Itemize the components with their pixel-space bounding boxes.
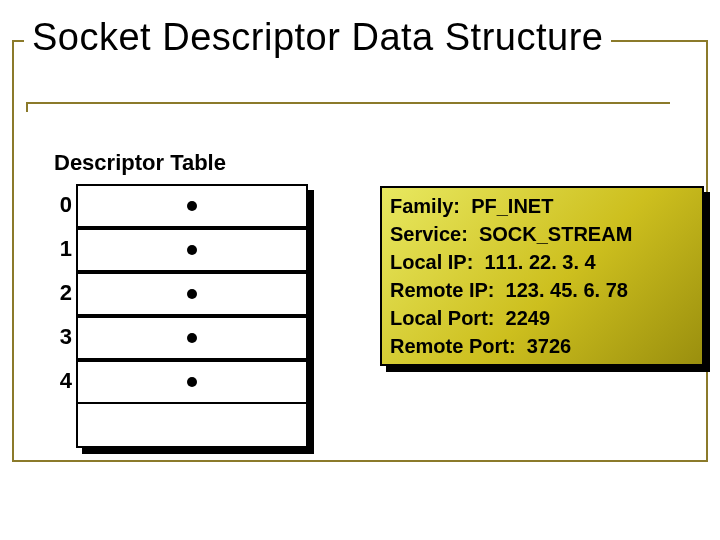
table-row: [76, 360, 308, 404]
struct-field-label: Remote IP: [390, 279, 488, 301]
descriptor-cell: [76, 316, 308, 360]
struct-field: Local IP: 111. 22. 3. 4: [390, 248, 694, 276]
descriptor-cell: [76, 272, 308, 316]
descriptor-index: 0: [42, 192, 72, 218]
struct-field: Service: SOCK_STREAM: [390, 220, 694, 248]
descriptor-index: 3: [42, 324, 72, 350]
descriptor-index: 1: [42, 236, 72, 262]
table-row: [76, 272, 308, 316]
descriptor-cell: [76, 184, 308, 228]
struct-field-label: Local Port: [390, 307, 488, 329]
title-underline-tick: [26, 104, 28, 112]
descriptor-cell: [76, 360, 308, 404]
struct-field-label: Family: [390, 195, 453, 217]
descriptor-index: 2: [42, 280, 72, 306]
pointer-dot-icon: [187, 333, 197, 343]
struct-field-value: 111. 22. 3. 4: [484, 251, 595, 273]
page-title: Socket Descriptor Data Structure: [24, 16, 611, 67]
descriptor-cell: [76, 228, 308, 272]
struct-field-value: SOCK_STREAM: [479, 223, 632, 245]
struct-field-value: PF_INET: [471, 195, 553, 217]
struct-field-value: 123. 45. 6. 78: [506, 279, 628, 301]
pointer-dot-icon: [187, 377, 197, 387]
socket-struct-box: Family: PF_INET Service: SOCK_STREAM Loc…: [380, 186, 704, 366]
struct-field-value: 3726: [527, 335, 572, 357]
table-row: [76, 316, 308, 360]
struct-field-label: Service: [390, 223, 461, 245]
table-row: [76, 228, 308, 272]
table-row: [76, 184, 308, 228]
struct-field-label: Local IP: [390, 251, 467, 273]
pointer-dot-icon: [187, 245, 197, 255]
struct-field: Remote IP: 123. 45. 6. 78: [390, 276, 694, 304]
descriptor-index: 4: [42, 368, 72, 394]
struct-field: Family: PF_INET: [390, 192, 694, 220]
title-underline: [26, 102, 670, 104]
pointer-dot-icon: [187, 201, 197, 211]
struct-field-value: 2249: [506, 307, 551, 329]
struct-field-label: Remote Port: [390, 335, 509, 357]
descriptor-table-label: Descriptor Table: [54, 150, 226, 176]
pointer-dot-icon: [187, 289, 197, 299]
struct-field: Remote Port: 3726: [390, 332, 694, 360]
struct-field: Local Port: 2249: [390, 304, 694, 332]
